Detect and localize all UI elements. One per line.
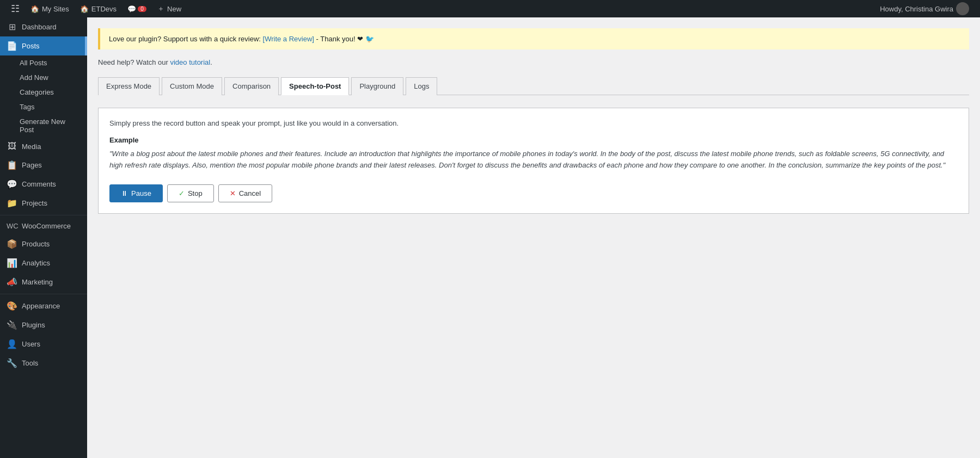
menu-separator-2 — [0, 294, 87, 294]
sidebar-item-media[interactable]: 🖼 Media — [0, 137, 87, 156]
action-buttons: ⏸ Pause ✓ Stop ✕ Cancel — [109, 184, 958, 202]
products-icon: 📦 — [7, 239, 17, 249]
tab-playground[interactable]: Playground — [351, 77, 403, 95]
sidebar-item-label: Tools — [22, 359, 38, 367]
submenu-tags[interactable]: Tags — [0, 100, 87, 114]
media-icon: 🖼 — [7, 141, 17, 151]
tab-custom-mode[interactable]: Custom Mode — [162, 77, 222, 95]
comment-count: 0 — [138, 6, 146, 12]
plugins-icon: 🔌 — [7, 320, 17, 330]
sidebar-item-label: Comments — [22, 180, 56, 188]
comment-icon: 💬 — [127, 5, 136, 13]
speech-to-post-description: Simply press the record button and speak… — [109, 119, 958, 127]
tools-icon: 🔧 — [7, 358, 17, 368]
tab-express-mode[interactable]: Express Mode — [98, 77, 160, 95]
sidebar-item-appearance[interactable]: 🎨 Appearance — [0, 296, 87, 315]
tab-comparison[interactable]: Comparison — [224, 77, 279, 95]
all-posts-label: All Posts — [20, 59, 47, 67]
stop-label: Stop — [188, 189, 203, 197]
site-name-label: ETDevs — [91, 5, 117, 13]
sidebar-item-marketing[interactable]: 📣 Marketing — [0, 273, 87, 292]
speech-to-post-panel: Simply press the record button and speak… — [98, 108, 969, 214]
site-name-button[interactable]: 🏠 ETDevs — [76, 0, 121, 17]
tags-label: Tags — [20, 103, 34, 111]
sidebar-item-woocommerce[interactable]: WC WooCommerce — [0, 218, 87, 234]
comments-icon: 💬 — [7, 179, 17, 189]
notice-banner: Love our plugin? Support us with a quick… — [98, 28, 969, 49]
tab-logs[interactable]: Logs — [406, 77, 437, 95]
sidebar-item-products[interactable]: 📦 Products — [0, 234, 87, 253]
sidebar-item-plugins[interactable]: 🔌 Plugins — [0, 315, 87, 335]
sidebar-item-label: Projects — [22, 199, 47, 207]
write-review-link[interactable]: [Write a Review] — [263, 35, 314, 43]
user-greeting[interactable]: Howdy, Christina Gwira — [875, 0, 973, 17]
add-new-label: Add New — [20, 73, 48, 82]
video-tutorial-link[interactable]: video tutorial — [170, 58, 210, 66]
tab-navigation: Express Mode Custom Mode Comparison Spee… — [98, 77, 969, 95]
sidebar-item-label: Products — [22, 240, 50, 248]
users-icon: 👤 — [7, 339, 17, 349]
main-content: Love our plugin? Support us with a quick… — [87, 17, 980, 458]
admin-bar: ☷ 🏠 My Sites 🏠 ETDevs 💬 0 ＋ New Howdy, C… — [0, 0, 980, 17]
my-sites-icon: 🏠 — [30, 5, 39, 13]
analytics-icon: 📊 — [7, 258, 17, 268]
woocommerce-icon: WC — [7, 222, 17, 230]
sidebar-item-analytics[interactable]: 📊 Analytics — [0, 253, 87, 273]
sidebar-item-label: Dashboard — [22, 23, 57, 31]
categories-label: Categories — [20, 88, 54, 96]
submenu-categories[interactable]: Categories — [0, 85, 87, 100]
sidebar-item-comments[interactable]: 💬 Comments — [0, 175, 87, 194]
notice-text-before: Love our plugin? Support us with a quick… — [109, 35, 263, 43]
sidebar-item-posts[interactable]: 📄 Posts — [0, 36, 87, 55]
sidebar-item-projects[interactable]: 📁 Projects — [0, 194, 87, 213]
howdy-label: Howdy, Christina Gwira — [880, 5, 953, 13]
sidebar-item-pages[interactable]: 📋 Pages — [0, 156, 87, 175]
cancel-button[interactable]: ✕ Cancel — [218, 184, 272, 202]
comments-button[interactable]: 💬 0 — [123, 0, 151, 17]
sidebar-item-dashboard[interactable]: ⊞ Dashboard — [0, 17, 87, 36]
posts-submenu: All Posts Add New Categories Tags Genera… — [0, 55, 87, 137]
new-label: New — [167, 5, 181, 13]
appearance-icon: 🎨 — [7, 301, 17, 311]
example-text: "Write a blog post about the latest mobi… — [109, 148, 958, 171]
sidebar-item-label: Plugins — [22, 321, 45, 329]
my-sites-label: My Sites — [42, 5, 69, 13]
menu-separator-1 — [0, 215, 87, 215]
help-text: Need help? Watch our video tutorial. — [98, 58, 969, 66]
pause-label: Pause — [131, 189, 151, 197]
marketing-icon: 📣 — [7, 277, 17, 287]
help-text-before: Need help? Watch our — [98, 58, 170, 66]
submenu-all-posts[interactable]: All Posts — [0, 55, 87, 70]
sidebar-item-users[interactable]: 👤 Users — [0, 335, 87, 354]
submenu-generate-new-post[interactable]: Generate New Post — [0, 114, 87, 137]
check-icon: ✓ — [179, 189, 185, 197]
dashboard-icon: ⊞ — [7, 22, 17, 32]
sidebar: ⊞ Dashboard 📄 Posts All Posts Add New Ca… — [0, 17, 87, 458]
sidebar-item-label: Media — [22, 143, 41, 151]
posts-icon: 📄 — [7, 41, 17, 51]
pause-button[interactable]: ⏸ Pause — [109, 184, 163, 202]
sidebar-item-tools[interactable]: 🔧 Tools — [0, 354, 87, 373]
x-icon: ✕ — [230, 189, 236, 197]
sidebar-item-label: Posts — [22, 42, 40, 50]
sidebar-item-label: Appearance — [22, 302, 60, 310]
stop-button[interactable]: ✓ Stop — [167, 184, 214, 202]
example-label: Example — [109, 136, 958, 144]
sidebar-item-label: Pages — [22, 161, 42, 169]
help-text-after: . — [210, 58, 212, 66]
cancel-label: Cancel — [239, 189, 261, 197]
tab-speech-to-post[interactable]: Speech-to-Post — [281, 77, 349, 95]
sidebar-item-label: Analytics — [22, 259, 50, 267]
wp-logo-button[interactable]: ☷ — [7, 0, 24, 17]
pages-icon: 📋 — [7, 160, 17, 170]
submenu-add-new[interactable]: Add New — [0, 70, 87, 85]
my-sites-button[interactable]: 🏠 My Sites — [26, 0, 74, 17]
generate-new-post-label: Generate New Post — [20, 117, 81, 134]
wp-logo-icon: ☷ — [11, 3, 20, 15]
notice-text-after: - Thank you! ❤ 🐦 — [314, 35, 374, 43]
new-content-button[interactable]: ＋ New — [153, 0, 186, 17]
sidebar-item-label: Users — [22, 340, 40, 348]
sidebar-item-label: WooCommerce — [22, 222, 71, 230]
projects-icon: 📁 — [7, 198, 17, 208]
avatar — [956, 2, 969, 15]
